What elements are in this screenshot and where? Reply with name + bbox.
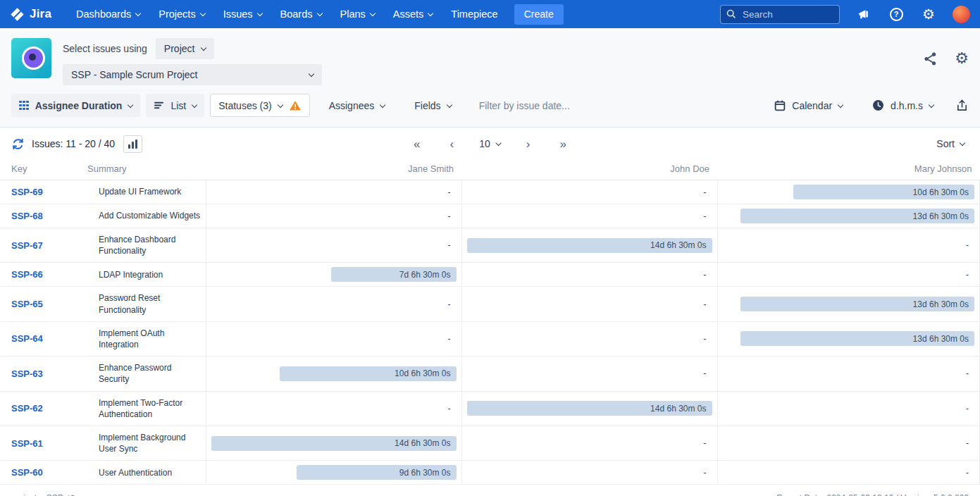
- sort-dropdown[interactable]: Sort: [932, 137, 969, 150]
- refresh-button[interactable]: [11, 137, 25, 151]
- duration-bar: 10d 6h 30m 0s: [280, 366, 457, 381]
- issue-source-dropdown[interactable]: Project: [156, 38, 215, 59]
- issue-row: SSP-65 Password Reset Functionality - - …: [0, 287, 980, 321]
- duration-cell: -: [461, 204, 717, 228]
- share-button[interactable]: [923, 51, 938, 66]
- first-page-button[interactable]: «: [409, 137, 424, 151]
- issue-date-filter-input[interactable]: [478, 99, 626, 112]
- chevron-down-icon: [428, 11, 433, 16]
- issue-key-link[interactable]: SSP-69: [11, 187, 43, 197]
- nav-search[interactable]: [720, 5, 840, 24]
- page-size-value: 10: [479, 138, 490, 149]
- gear-icon: ⚙: [955, 51, 969, 66]
- nav-item[interactable]: Assets: [384, 0, 442, 28]
- duration-cell-content: 13d 6h 30m 0s: [723, 297, 975, 311]
- nav-item[interactable]: Dashboards: [67, 0, 149, 28]
- issue-key-link[interactable]: SSP-63: [11, 368, 43, 379]
- project-dropdown[interactable]: SSP - Sample Scrum Project: [63, 64, 322, 85]
- empty-duration: -: [467, 268, 712, 282]
- issue-key-link[interactable]: SSP-61: [11, 438, 43, 449]
- duration-cell: 13d 6h 30m 0s: [717, 287, 980, 321]
- settings-gear-icon[interactable]: ⚙: [920, 6, 937, 23]
- duration-cell: 14d 6h 30m 0s: [461, 391, 717, 426]
- calendar-label: Calendar: [792, 100, 832, 111]
- assignees-filter-dropdown[interactable]: Assignees: [321, 94, 393, 117]
- jira-logo[interactable]: Jira: [10, 7, 51, 22]
- issue-key-link[interactable]: SSP-60: [11, 467, 43, 478]
- create-button[interactable]: Create: [514, 4, 564, 25]
- issue-key-cell: SSP-69: [0, 180, 87, 204]
- duration-bar: 14d 6h 30m 0s: [211, 436, 457, 451]
- last-page-button[interactable]: »: [555, 137, 570, 151]
- issue-key-link[interactable]: SSP-62: [11, 403, 43, 414]
- nav-item[interactable]: Plans: [331, 0, 384, 28]
- calendar-dropdown[interactable]: Calendar: [767, 94, 850, 117]
- chevron-down-icon: [128, 101, 133, 107]
- statuses-filter-dropdown[interactable]: Statuses (3): [210, 94, 309, 117]
- next-page-button[interactable]: ›: [522, 137, 535, 151]
- issue-key-link[interactable]: SSP-67: [11, 240, 43, 251]
- report-type-label: Assignee Duration: [35, 100, 123, 111]
- report-toolbar: Assignee Duration List Statuses (3) Assi…: [11, 85, 969, 127]
- issue-key-cell: SSP-66: [0, 263, 87, 287]
- fields-dropdown[interactable]: Fields: [407, 94, 459, 117]
- help-question-mark: ?: [890, 8, 903, 21]
- issue-summary: Implement Two-Factor Authentication: [87, 391, 206, 426]
- issue-summary: Add Customizable Widgets: [87, 204, 206, 228]
- assignees-label: Assignees: [329, 100, 375, 111]
- duration-bar: 10d 6h 30m 0s: [793, 185, 974, 199]
- duration-cell-content: 14d 6h 30m 0s: [467, 401, 712, 416]
- sort-label: Sort: [936, 138, 955, 149]
- chevron-down-icon: [496, 140, 502, 146]
- nav-item[interactable]: Projects: [149, 0, 213, 28]
- jql-query-link[interactable]: project = SSP: [11, 493, 75, 496]
- time-format-dropdown[interactable]: d.h.m.s: [864, 94, 941, 117]
- nav-item-label: Boards: [280, 8, 313, 20]
- prev-page-button[interactable]: ‹: [446, 137, 459, 151]
- empty-duration: -: [723, 268, 975, 282]
- duration-cell: -: [461, 263, 717, 287]
- jira-logo-icon: [10, 7, 25, 22]
- duration-cell: 7d 6h 30m 0s: [206, 263, 461, 287]
- announcements-icon[interactable]: [855, 6, 872, 23]
- timepiece-app-icon: [11, 38, 51, 78]
- page-size-dropdown[interactable]: 10: [479, 138, 501, 149]
- empty-duration: -: [211, 402, 457, 416]
- export-button[interactable]: [955, 99, 969, 112]
- issue-key-link[interactable]: SSP-64: [11, 333, 43, 344]
- report-type-dropdown[interactable]: Assignee Duration: [11, 94, 140, 117]
- report-footer: project = SSP Report Date: 2024-05-09 13…: [0, 485, 980, 496]
- chevron-down-icon: [370, 11, 376, 16]
- issue-key-link[interactable]: SSP-68: [11, 211, 43, 221]
- fields-label: Fields: [414, 100, 440, 111]
- duration-cell: -: [206, 321, 461, 356]
- nav-item[interactable]: Issues: [214, 0, 271, 28]
- duration-bar: 13d 6h 30m 0s: [740, 331, 974, 346]
- duration-cell: -: [206, 391, 461, 426]
- report-actions: ⚙: [923, 38, 969, 66]
- report-settings-button[interactable]: ⚙: [955, 51, 969, 66]
- view-mode-dropdown[interactable]: List: [146, 94, 204, 117]
- nav-item[interactable]: Boards: [271, 0, 331, 28]
- calendar-icon: [774, 100, 786, 111]
- chart-view-toggle[interactable]: [123, 135, 142, 153]
- search-input[interactable]: [741, 8, 833, 20]
- nav-item-label: Issues: [223, 8, 253, 20]
- list-view-icon: [154, 101, 164, 110]
- user-avatar[interactable]: [953, 6, 970, 23]
- bar-chart-icon: [128, 144, 130, 149]
- jira-logo-text: Jira: [30, 7, 51, 21]
- issue-key-cell: SSP-68: [0, 204, 87, 228]
- issue-row: SSP-67 Enhance Dashboard Functionality -…: [0, 228, 980, 263]
- nav-item[interactable]: Timepiece: [442, 0, 507, 28]
- top-navbar: Jira Dashboards Projects Issues Boards P…: [0, 0, 980, 28]
- chevron-down-icon: [929, 101, 934, 107]
- issue-key-link[interactable]: SSP-65: [11, 299, 43, 309]
- empty-duration: -: [723, 238, 975, 252]
- project-name-value: SSP - Sample Scrum Project: [71, 69, 197, 80]
- issue-key-link[interactable]: SSP-66: [11, 269, 43, 280]
- help-icon[interactable]: ?: [888, 6, 905, 23]
- duration-cell: -: [461, 287, 717, 321]
- column-header-key: Key: [0, 160, 87, 180]
- column-header-summary: Summary: [87, 160, 206, 180]
